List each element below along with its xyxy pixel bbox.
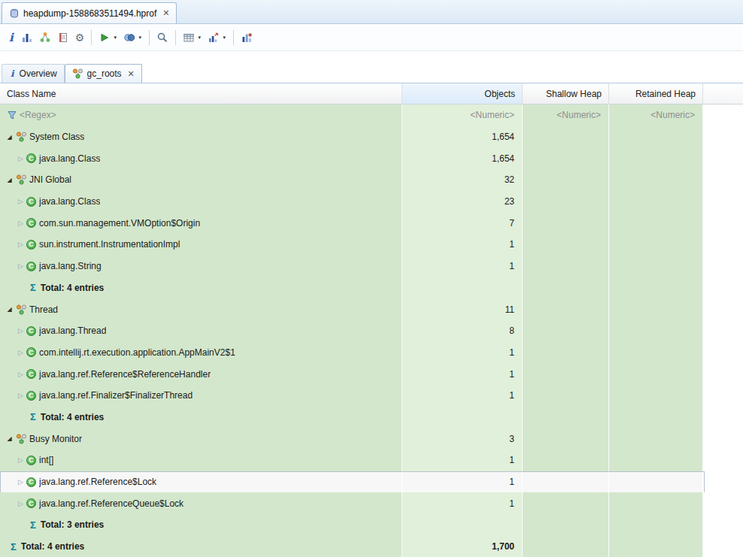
class-name-cell: ▷Cjava.lang.Class <box>0 147 402 169</box>
histogram-button[interactable] <box>18 29 36 46</box>
table-row[interactable]: ◢Busy Monitor3 <box>0 428 743 450</box>
collapse-arrow-icon[interactable]: ▷ <box>17 478 25 486</box>
dropdown-arrow-icon[interactable]: ▼ <box>138 35 142 40</box>
row-filler <box>703 191 743 213</box>
class-name-cell[interactable]: <Regex> <box>0 104 402 126</box>
table-row[interactable]: ▷Cjava.lang.String1 <box>0 256 743 277</box>
objects-value: 7 <box>509 218 514 229</box>
collapse-arrow-icon[interactable]: ▷ <box>17 198 25 205</box>
indent-spacer <box>3 352 14 353</box>
table-row[interactable]: ◢System Class1,654 <box>0 126 743 148</box>
retained-cell <box>609 471 703 493</box>
class-icon: C <box>26 456 36 465</box>
class-name-cell: ▷Cjava.lang.ref.ReferenceQueue$Lock <box>0 492 402 514</box>
editor-tab-heapdump[interactable]: heapdump-1588683511494.hprof ✕ <box>2 2 177 23</box>
class-name-cell: ◢Busy Monitor <box>0 428 402 450</box>
collapse-arrow-icon[interactable]: ▷ <box>17 262 25 270</box>
table-row[interactable]: ΣTotal: 4 entries <box>0 277 743 299</box>
table-row[interactable]: ΣTotal: 4 entries <box>0 407 743 428</box>
dropdown-arrow-icon[interactable]: ▼ <box>222 35 226 40</box>
retained-cell <box>609 536 703 558</box>
column-header-retained[interactable]: Retained Heap <box>609 83 703 104</box>
run-report-button[interactable]: ▼ <box>96 29 120 46</box>
regex-filter-placeholder: <Regex> <box>20 110 56 120</box>
objects-cell: 1 <box>402 492 523 514</box>
table-row[interactable]: ▷Cjava.lang.ref.Finalizer$FinalizerThrea… <box>0 385 743 407</box>
expert-system-button[interactable]: ⚙ <box>72 29 88 46</box>
dropdown-arrow-icon[interactable]: ▼ <box>113 35 117 40</box>
expand-arrow-icon[interactable]: ◢ <box>5 177 14 183</box>
column-header-shallow[interactable]: Shallow Heap <box>523 83 609 104</box>
tab-overview[interactable]: iOverview <box>2 64 65 83</box>
retained-cell <box>609 147 703 169</box>
search-button[interactable] <box>153 29 171 46</box>
table-row[interactable]: ▷Cjava.lang.ref.Reference$ReferenceHandl… <box>0 363 743 385</box>
numeric-filter-placeholder: <Numeric> <box>470 110 514 120</box>
oql-button[interactable] <box>54 29 72 46</box>
table-row[interactable]: ΣTotal: 3 entries <box>0 514 743 536</box>
row-label: java.lang.ref.Reference$ReferenceHandler <box>39 369 211 380</box>
table-row[interactable]: ▷Cjava.lang.Class23 <box>0 191 743 213</box>
compare-button[interactable] <box>238 29 256 46</box>
query-browser-button[interactable]: ▼ <box>120 29 145 46</box>
indent-spacer <box>3 115 5 116</box>
class-name-cell: ▷Csun.instrument.InstrumentationImpl <box>0 234 402 256</box>
class-icon: C <box>26 153 36 163</box>
column-header-objects[interactable]: Objects <box>402 83 523 104</box>
table-row[interactable]: ▷Ccom.sun.management.VMOption$Origin7 <box>0 212 743 234</box>
row-filler <box>703 169 743 191</box>
table-row[interactable]: ◢Thread11 <box>0 298 743 320</box>
editor-tab-bar: heapdump-1588683511494.hprof ✕ <box>0 0 743 24</box>
class-icon: C <box>26 240 36 250</box>
column-header-name[interactable]: Class Name <box>0 83 402 104</box>
tab-gc-roots[interactable]: gc_roots✕ <box>65 64 142 83</box>
info-button[interactable]: i <box>5 30 18 45</box>
indent-spacer <box>3 395 14 396</box>
table-row[interactable]: ▷Cint[]1 <box>0 450 743 471</box>
collapse-arrow-icon[interactable]: ▷ <box>17 327 25 334</box>
indent-spacer <box>3 222 14 223</box>
retained-cell[interactable]: <Numeric> <box>609 104 703 126</box>
collapse-arrow-icon[interactable]: ▷ <box>17 219 25 227</box>
editor-tab-close-icon[interactable]: ✕ <box>162 8 169 18</box>
export-button[interactable]: ▼ <box>205 29 229 46</box>
shallow-cell <box>523 191 609 213</box>
class-name-cell: ΣTotal: 4 entries <box>0 407 402 428</box>
table-row[interactable]: ▷Cjava.lang.ref.Reference$Lock1 <box>0 471 743 493</box>
filter-row[interactable]: <Regex><Numeric><Numeric><Numeric> <box>0 104 743 126</box>
dropdown-arrow-icon[interactable]: ▼ <box>197 35 202 40</box>
indent-spacer <box>3 201 14 202</box>
dominator-tree-button[interactable] <box>36 29 54 46</box>
table-row[interactable]: ΣTotal: 4 entries1,700 <box>0 536 743 558</box>
table-row[interactable]: ▷Cjava.lang.Class1,654 <box>0 147 743 169</box>
table-row[interactable]: ▷Ccom.intellij.rt.execution.application.… <box>0 342 743 364</box>
expand-arrow-icon[interactable]: ◢ <box>5 435 14 442</box>
gc-roots-icon <box>16 304 27 315</box>
collapse-arrow-icon[interactable]: ▷ <box>17 241 25 248</box>
shallow-cell[interactable]: <Numeric> <box>523 104 609 126</box>
table-row[interactable]: ▷Csun.instrument.InstrumentationImpl1 <box>0 234 743 256</box>
row-filler <box>703 363 743 385</box>
table-row[interactable]: ▷Cjava.lang.ref.ReferenceQueue$Lock1 <box>0 492 743 514</box>
objects-value: 3 <box>509 434 514 444</box>
shallow-cell <box>523 407 609 428</box>
table-body: <Regex><Numeric><Numeric><Numeric>◢Syste… <box>0 104 743 560</box>
objects-cell[interactable]: <Numeric> <box>402 104 523 126</box>
collapse-arrow-icon[interactable]: ▷ <box>17 155 25 162</box>
collapse-arrow-icon[interactable]: ▷ <box>17 500 25 507</box>
expand-arrow-icon[interactable]: ◢ <box>5 306 14 313</box>
class-name-cell: ◢System Class <box>0 126 402 148</box>
expand-arrow-icon[interactable]: ◢ <box>5 134 14 141</box>
shallow-cell <box>523 536 609 558</box>
grouping-button[interactable]: ▼ <box>180 29 205 46</box>
table-row[interactable]: ◢JNI Global32 <box>0 169 743 191</box>
collapse-arrow-icon[interactable]: ▷ <box>17 371 25 378</box>
sigma-icon: Σ <box>30 411 36 422</box>
view-tab-close-icon[interactable]: ✕ <box>128 69 135 79</box>
collapse-arrow-icon[interactable]: ▷ <box>17 456 25 464</box>
class-icon: C <box>26 262 36 271</box>
table-row[interactable]: ▷Cjava.lang.Thread8 <box>0 320 743 342</box>
objects-value: 1,700 <box>492 541 514 552</box>
collapse-arrow-icon[interactable]: ▷ <box>17 349 25 356</box>
collapse-arrow-icon[interactable]: ▷ <box>17 392 25 399</box>
